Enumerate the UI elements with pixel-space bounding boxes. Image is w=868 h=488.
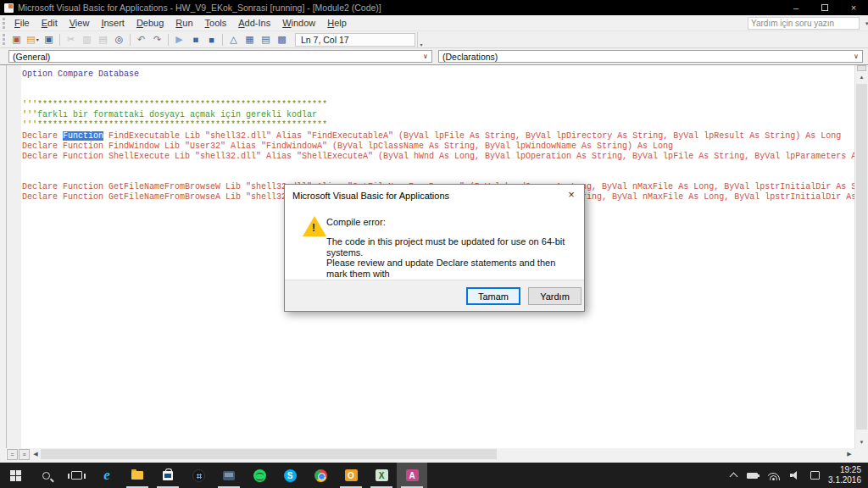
start-button[interactable] (0, 463, 31, 488)
code-line: Declare Function FindWindow Lib "User32"… (22, 141, 854, 152)
chrome-icon[interactable] (305, 463, 336, 488)
excel-glyph: X (376, 469, 388, 481)
edge-icon[interactable]: e (92, 463, 122, 488)
dialog-heading: Compile error: (326, 217, 386, 227)
media-app-icon[interactable] (183, 463, 214, 488)
scroll-up-icon[interactable]: ▲ (855, 72, 868, 83)
tray-chevron-icon[interactable] (731, 471, 737, 480)
mdi-left-edge (0, 65, 6, 460)
insert-object-icon[interactable]: ▤▾ (25, 33, 40, 47)
redo-icon[interactable]: ↷ (150, 33, 164, 47)
store-glyph (163, 471, 173, 480)
skype-icon[interactable]: S (275, 463, 305, 488)
dialog-message-line: The code in this project must be updated… (326, 236, 576, 258)
excel-icon[interactable]: X (366, 463, 397, 488)
windows-logo-icon (10, 470, 21, 481)
restore-button[interactable] (810, 0, 839, 15)
task-view-icon[interactable] (61, 463, 92, 488)
vertical-scroll-thumb[interactable] (856, 84, 867, 430)
scroll-left-icon[interactable]: ◀ (31, 449, 41, 460)
full-module-view-button[interactable]: ≡ (19, 449, 30, 460)
dialog-close-button[interactable]: × (559, 185, 584, 203)
help-button[interactable]: Yardım (528, 287, 581, 305)
menu-item-debug[interactable]: Debug (131, 16, 170, 30)
code-line: Declare Function FindExecutable Lib "she… (22, 131, 854, 141)
code-line: Option Compare Database (22, 69, 854, 80)
taskbar: eSOXA 19:25 3.1.2016 (0, 463, 868, 488)
menu-item-file[interactable]: File (8, 16, 36, 30)
volume-icon[interactable] (790, 471, 800, 480)
menu-item-window[interactable]: Window (276, 16, 321, 30)
vertical-scrollbar[interactable]: ▲ ▼ (854, 65, 868, 448)
code-line (22, 162, 854, 172)
spotify-icon[interactable] (244, 463, 275, 488)
cursor-position-indicator: Ln 7, Col 17 (295, 33, 415, 47)
toolbar-separator (222, 34, 223, 46)
window-title: Microsoft Visual Basic for Applications … (18, 3, 381, 13)
project-explorer-icon[interactable]: ▦ (242, 33, 257, 47)
code-line (22, 80, 854, 90)
object-browser-icon[interactable]: ▩ (275, 33, 289, 47)
menu-item-addins[interactable]: Add-Ins (232, 16, 276, 30)
copy-icon[interactable]: ▥ (80, 33, 94, 47)
properties-window-icon[interactable]: ▤ (259, 33, 273, 47)
menu-item-help[interactable]: Help (321, 16, 353, 30)
toolbar-separator (59, 34, 60, 46)
break-icon[interactable]: ▮▮ (188, 33, 203, 47)
procedure-view-button[interactable]: = (7, 449, 18, 460)
clock-date: 3.1.2016 (828, 475, 861, 485)
chevron-down-icon: ∨ (850, 53, 862, 60)
dialog-title-bar[interactable]: Microsoft Visual Basic for Applications (285, 185, 584, 207)
code-line (22, 90, 854, 100)
code-line: '''farklı bir formattaki dosyayı açmak i… (22, 110, 854, 120)
toolbar-options-button[interactable]: ▾ (417, 32, 425, 47)
file-explorer-icon[interactable] (122, 463, 153, 488)
dialog-message-line: Please review and update Declare stateme… (326, 258, 576, 279)
procedure-dropdown[interactable]: (Declarations) ∨ (438, 50, 863, 63)
outlook-glyph: O (345, 469, 358, 481)
menu-item-edit[interactable]: Edit (36, 16, 64, 30)
toolbar-grip[interactable] (3, 34, 5, 45)
circleapp-glyph (192, 469, 205, 482)
code-margin-bar[interactable] (7, 65, 21, 448)
menu-bar: FileEditViewInsertDebugRunToolsAdd-InsWi… (0, 15, 868, 31)
object-dropdown[interactable]: (General) ∨ (8, 50, 432, 63)
menu-grip[interactable] (3, 18, 5, 29)
action-center-icon[interactable] (810, 471, 820, 480)
battery-icon[interactable] (747, 473, 758, 479)
menu-item-insert[interactable]: Insert (95, 16, 131, 30)
movies-tv-icon[interactable] (214, 463, 244, 488)
undo-icon[interactable]: ↶ (134, 33, 148, 47)
menu-item-run[interactable]: Run (170, 16, 198, 30)
close-button[interactable]: × (839, 0, 868, 15)
minimize-button[interactable]: – (782, 0, 810, 15)
ok-button[interactable]: Tamam (466, 287, 520, 305)
menu-item-view[interactable]: View (64, 16, 96, 30)
outlook-icon[interactable]: O (336, 463, 366, 488)
scroll-down-icon[interactable]: ▼ (855, 437, 868, 448)
selected-text: Function (63, 131, 103, 141)
store-icon[interactable] (153, 463, 183, 488)
scroll-right-icon[interactable]: ▶ (844, 449, 854, 460)
run-icon[interactable]: ▶ (172, 33, 186, 47)
reset-icon[interactable]: ■ (204, 33, 219, 47)
access-icon[interactable]: A (397, 463, 427, 488)
search-icon[interactable] (31, 463, 61, 488)
design-mode-icon[interactable]: △ (226, 33, 241, 47)
paste-icon[interactable]: ▤ (96, 33, 110, 47)
cut-icon[interactable]: ✂ (64, 33, 78, 47)
help-search-input[interactable] (748, 19, 865, 28)
access-glyph: A (406, 469, 419, 481)
save-icon[interactable]: ▣ (42, 33, 56, 47)
help-search-box[interactable]: ▾ (748, 17, 860, 30)
menu-item-tools[interactable]: Tools (199, 16, 233, 30)
find-icon[interactable]: ◎ (112, 33, 126, 47)
split-handle[interactable] (857, 65, 866, 71)
movies-glyph (223, 471, 235, 480)
clock[interactable]: 19:25 3.1.2016 (828, 465, 861, 485)
wifi-icon[interactable] (768, 471, 780, 480)
vba-app-icon (4, 3, 14, 13)
horizontal-scroll-thumb[interactable] (41, 449, 497, 459)
view-host-app-icon[interactable]: ▣ (9, 33, 24, 47)
horizontal-scrollbar[interactable]: = ≡ ◀ ▶ (7, 448, 854, 460)
